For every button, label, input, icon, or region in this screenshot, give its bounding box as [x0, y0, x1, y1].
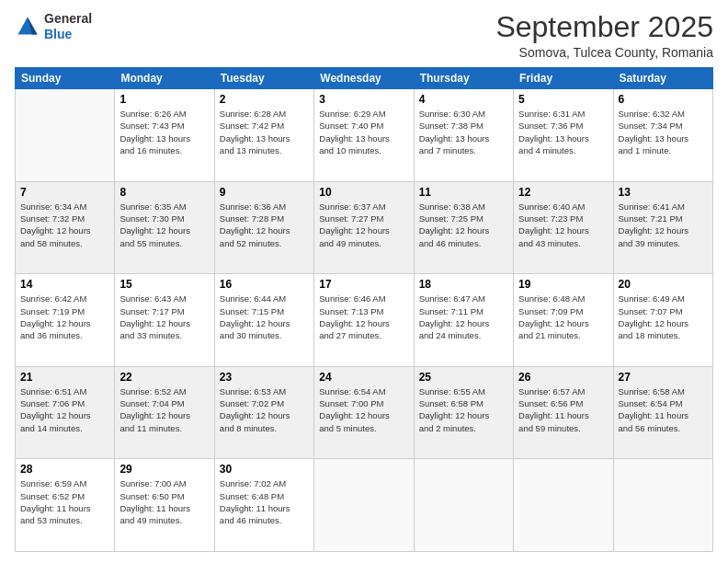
day-number: 9 [220, 186, 309, 199]
day-info: Sunrise: 6:59 AMSunset: 6:52 PMDaylight:… [20, 477, 109, 526]
logo-blue: Blue [44, 27, 72, 41]
day-number: 22 [119, 371, 209, 384]
day-info: Sunrise: 6:58 AMSunset: 6:54 PMDaylight:… [619, 385, 708, 434]
day-number: 21 [20, 371, 109, 384]
day-number: 26 [518, 371, 608, 384]
col-wednesday: Wednesday [314, 68, 414, 89]
calendar: Sunday Monday Tuesday Wednesday Thursday… [15, 67, 713, 552]
table-row: 4Sunrise: 6:30 AMSunset: 7:38 PMDaylight… [414, 89, 513, 182]
day-info: Sunrise: 6:51 AMSunset: 7:06 PMDaylight:… [20, 385, 109, 434]
day-number: 23 [220, 371, 309, 384]
day-number: 10 [319, 186, 408, 199]
day-number: 17 [319, 278, 408, 291]
table-row: 21Sunrise: 6:51 AMSunset: 7:06 PMDayligh… [16, 366, 115, 459]
day-info: Sunrise: 7:02 AMSunset: 6:48 PMDaylight:… [220, 477, 309, 526]
calendar-week-row: 14Sunrise: 6:42 AMSunset: 7:19 PMDayligh… [16, 274, 713, 367]
table-row [613, 459, 712, 552]
day-number: 28 [20, 463, 109, 476]
day-info: Sunrise: 6:53 AMSunset: 7:02 PMDaylight:… [220, 385, 309, 434]
day-number: 20 [619, 278, 708, 291]
calendar-week-row: 1Sunrise: 6:26 AMSunset: 7:43 PMDaylight… [16, 89, 713, 182]
day-info: Sunrise: 6:35 AMSunset: 7:30 PMDaylight:… [119, 201, 209, 249]
day-info: Sunrise: 6:44 AMSunset: 7:15 PMDaylight:… [220, 293, 309, 341]
day-info: Sunrise: 6:34 AMSunset: 7:32 PMDaylight:… [20, 201, 109, 249]
day-info: Sunrise: 6:52 AMSunset: 7:04 PMDaylight:… [119, 385, 209, 434]
table-row: 29Sunrise: 7:00 AMSunset: 6:50 PMDayligh… [115, 459, 214, 552]
day-info: Sunrise: 6:46 AMSunset: 7:13 PMDaylight:… [319, 293, 408, 341]
day-info: Sunrise: 6:55 AMSunset: 6:58 PMDaylight:… [419, 385, 508, 434]
day-number: 11 [419, 186, 508, 199]
table-row [16, 89, 115, 182]
col-thursday: Thursday [414, 68, 513, 89]
table-row: 14Sunrise: 6:42 AMSunset: 7:19 PMDayligh… [16, 274, 115, 367]
day-info: Sunrise: 6:32 AMSunset: 7:34 PMDaylight:… [619, 108, 708, 156]
table-row: 15Sunrise: 6:43 AMSunset: 7:17 PMDayligh… [115, 274, 214, 367]
title-block: September 2025 Somova, Tulcea County, Ro… [495, 11, 713, 60]
day-info: Sunrise: 6:49 AMSunset: 7:07 PMDaylight:… [619, 293, 708, 341]
day-info: Sunrise: 6:48 AMSunset: 7:09 PMDaylight:… [518, 293, 608, 341]
day-info: Sunrise: 6:28 AMSunset: 7:42 PMDaylight:… [220, 108, 309, 156]
table-row [514, 459, 613, 552]
day-info: Sunrise: 6:31 AMSunset: 7:36 PMDaylight:… [518, 108, 608, 156]
table-row: 3Sunrise: 6:29 AMSunset: 7:40 PMDaylight… [314, 89, 414, 182]
table-row: 8Sunrise: 6:35 AMSunset: 7:30 PMDaylight… [115, 181, 214, 274]
col-sunday: Sunday [16, 68, 115, 89]
day-number: 13 [619, 186, 708, 199]
table-row: 17Sunrise: 6:46 AMSunset: 7:13 PMDayligh… [314, 274, 414, 367]
calendar-header-row: Sunday Monday Tuesday Wednesday Thursday… [16, 68, 713, 89]
day-number: 24 [319, 371, 408, 384]
generalblue-logo-icon [15, 14, 40, 40]
table-row: 1Sunrise: 6:26 AMSunset: 7:43 PMDaylight… [115, 89, 214, 182]
table-row: 20Sunrise: 6:49 AMSunset: 7:07 PMDayligh… [613, 274, 712, 367]
day-number: 8 [119, 186, 209, 199]
day-number: 7 [20, 186, 109, 199]
table-row: 18Sunrise: 6:47 AMSunset: 7:11 PMDayligh… [414, 274, 513, 367]
day-info: Sunrise: 6:43 AMSunset: 7:17 PMDaylight:… [119, 293, 209, 341]
day-info: Sunrise: 6:37 AMSunset: 7:27 PMDaylight:… [319, 201, 408, 249]
table-row [414, 459, 513, 552]
table-row: 23Sunrise: 6:53 AMSunset: 7:02 PMDayligh… [214, 366, 313, 459]
table-row: 26Sunrise: 6:57 AMSunset: 6:56 PMDayligh… [514, 366, 613, 459]
day-number: 27 [619, 371, 708, 384]
col-friday: Friday [514, 68, 613, 89]
table-row: 30Sunrise: 7:02 AMSunset: 6:48 PMDayligh… [214, 459, 313, 552]
table-row: 11Sunrise: 6:38 AMSunset: 7:25 PMDayligh… [414, 181, 513, 274]
day-info: Sunrise: 6:54 AMSunset: 7:00 PMDaylight:… [319, 385, 408, 434]
table-row: 6Sunrise: 6:32 AMSunset: 7:34 PMDaylight… [613, 89, 712, 182]
table-row: 22Sunrise: 6:52 AMSunset: 7:04 PMDayligh… [115, 366, 214, 459]
day-number: 1 [119, 93, 209, 106]
day-info: Sunrise: 6:57 AMSunset: 6:56 PMDaylight:… [518, 385, 608, 434]
day-info: Sunrise: 7:00 AMSunset: 6:50 PMDaylight:… [119, 477, 209, 526]
table-row: 7Sunrise: 6:34 AMSunset: 7:32 PMDaylight… [16, 181, 115, 274]
location: Somova, Tulcea County, Romania [495, 45, 713, 60]
table-row: 24Sunrise: 6:54 AMSunset: 7:00 PMDayligh… [314, 366, 414, 459]
table-row: 25Sunrise: 6:55 AMSunset: 6:58 PMDayligh… [414, 366, 513, 459]
day-number: 30 [220, 463, 309, 476]
day-info: Sunrise: 6:42 AMSunset: 7:19 PMDaylight:… [20, 293, 109, 341]
table-row: 12Sunrise: 6:40 AMSunset: 7:23 PMDayligh… [514, 181, 613, 274]
calendar-week-row: 28Sunrise: 6:59 AMSunset: 6:52 PMDayligh… [16, 459, 713, 552]
table-row: 5Sunrise: 6:31 AMSunset: 7:36 PMDaylight… [514, 89, 613, 182]
day-number: 18 [419, 278, 508, 291]
table-row: 28Sunrise: 6:59 AMSunset: 6:52 PMDayligh… [16, 459, 115, 552]
table-row: 16Sunrise: 6:44 AMSunset: 7:15 PMDayligh… [214, 274, 313, 367]
logo-text: General Blue [44, 11, 92, 42]
day-number: 16 [220, 278, 309, 291]
day-number: 12 [518, 186, 608, 199]
day-number: 2 [220, 93, 309, 106]
table-row: 10Sunrise: 6:37 AMSunset: 7:27 PMDayligh… [314, 181, 414, 274]
table-row: 2Sunrise: 6:28 AMSunset: 7:42 PMDaylight… [214, 89, 313, 182]
day-number: 3 [319, 93, 408, 106]
table-row [314, 459, 414, 552]
day-number: 19 [518, 278, 608, 291]
day-number: 15 [119, 278, 209, 291]
table-row: 27Sunrise: 6:58 AMSunset: 6:54 PMDayligh… [613, 366, 712, 459]
logo: General Blue [15, 11, 92, 42]
day-info: Sunrise: 6:38 AMSunset: 7:25 PMDaylight:… [419, 201, 508, 249]
day-info: Sunrise: 6:29 AMSunset: 7:40 PMDaylight:… [319, 108, 408, 156]
col-tuesday: Tuesday [214, 68, 313, 89]
table-row: 19Sunrise: 6:48 AMSunset: 7:09 PMDayligh… [514, 274, 613, 367]
calendar-week-row: 21Sunrise: 6:51 AMSunset: 7:06 PMDayligh… [16, 366, 713, 459]
col-saturday: Saturday [613, 68, 712, 89]
table-row: 13Sunrise: 6:41 AMSunset: 7:21 PMDayligh… [613, 181, 712, 274]
